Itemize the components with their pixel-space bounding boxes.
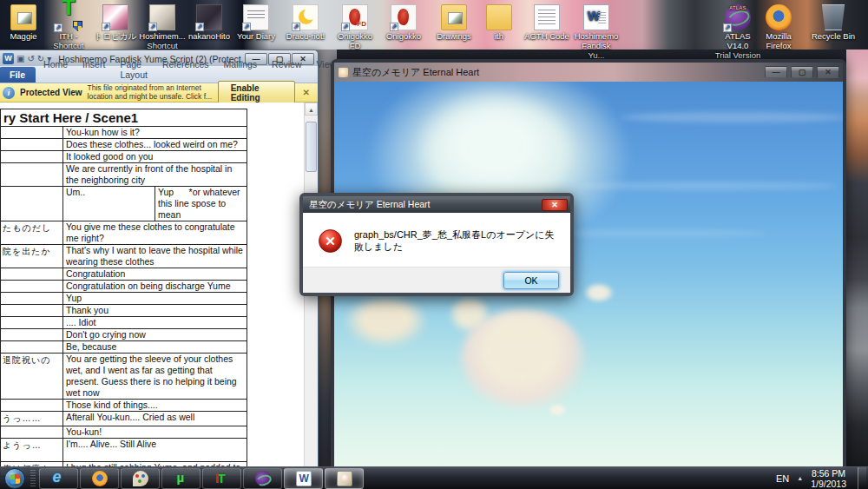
cell-japanese: うっ…… [1, 412, 63, 426]
enable-editing-button[interactable]: Enable Editing [218, 81, 295, 105]
cell-japanese [1, 139, 63, 150]
taskbar-button-paint[interactable] [121, 468, 160, 489]
desktop-icon-your-diary[interactable]: Your Diary [233, 4, 279, 41]
desktop-icon-label: Mozilla Firefox [755, 31, 802, 50]
desktop-icon-label: Onigokko FD [332, 31, 378, 50]
desktop-icon-drawings[interactable]: Drawings [431, 4, 477, 41]
protected-view-bar: i Protected View This file originated fr… [0, 83, 318, 102]
taskbar-button-atlas[interactable] [243, 468, 282, 489]
table-row: Don't go crying now [1, 329, 247, 341]
start-button[interactable] [4, 468, 25, 489]
desktop-icon-tropical[interactable]: トロピカル [92, 4, 139, 41]
moon-icon [293, 4, 319, 30]
shortcut-arrow-icon [341, 23, 350, 31]
ribbon-tab-references[interactable]: References [155, 56, 216, 83]
desktop-icon-dracu-riot[interactable]: Dracu-riot! [282, 4, 329, 41]
game-app-icon [338, 67, 349, 78]
cloud-wisp [621, 112, 843, 122]
cell-english: That's why I want to leave the hospital … [63, 245, 247, 268]
error-dialog-close-button[interactable]: ✕ [542, 199, 568, 211]
shield-icon [73, 21, 82, 31]
table-row: うっ……Afterall You-kun.... Cried as well [1, 412, 247, 426]
atlas-icon [725, 4, 751, 30]
document-area: ry Start Here / Scene1 You-kun how is it… [0, 102, 318, 489]
worddoc-icon [583, 4, 609, 30]
error-icon: ✕ [319, 229, 342, 253]
undo-icon[interactable]: ↺ [27, 54, 34, 64]
taskbar-button-internet-explorer[interactable] [39, 468, 78, 489]
desktop-icon-ith-folder[interactable]: ith [476, 4, 523, 41]
table-row: .... Idiot [1, 317, 247, 329]
table-row: We are currently in front of the hospita… [1, 163, 247, 187]
ribbon-tab-review[interactable]: Review [265, 56, 308, 83]
shortcut-arrow-icon [292, 23, 300, 31]
desktop-icon-label: ATLAS V14.0 Trial Version [714, 31, 761, 60]
taskbar-button-firefox[interactable] [80, 468, 119, 489]
clock[interactable]: 8:56 PM 1/9/2013 [811, 468, 850, 489]
game-close-button[interactable]: ✕ [817, 66, 839, 78]
error-dialog-title-bar[interactable]: 星空のメモリア Eternal Heart ✕ [303, 196, 570, 213]
ribbon-tab-mailings[interactable]: Mailings [217, 56, 265, 83]
anime-pale-icon [149, 4, 175, 30]
desktop-icon-hoshimemo-doc[interactable]: Hoshimemo Fandisk Yu... [573, 4, 620, 60]
desktop-icon-label: ITH - Shortcut [45, 31, 92, 50]
table-rows: You-kun how is it?Does these clothes... … [1, 127, 247, 477]
taskbar-button-ith[interactable] [202, 468, 241, 489]
ribbon-tabs: HomeInsertPage LayoutReferencesMailingsR… [36, 56, 344, 83]
desktop-icon-label: Onigokko [380, 31, 427, 41]
cell-japanese [1, 400, 63, 411]
table-row: Thank you [1, 305, 247, 317]
desktop-icon-nakanohito[interactable]: nakanoHito [186, 4, 233, 41]
desktop-icon-onigokko[interactable]: Onigokko [380, 4, 427, 41]
language-indicator[interactable]: EN [776, 473, 789, 484]
ok-button[interactable]: OK [503, 272, 559, 289]
show-hidden-icons-icon[interactable]: ▲ [797, 475, 803, 481]
ribbon-tab-home[interactable]: Home [36, 56, 75, 83]
show-desktop-button[interactable] [858, 467, 866, 489]
protected-view-close-icon[interactable]: ✕ [300, 88, 312, 97]
desktop-icon-hoshimem-shortcut[interactable]: Hoshimem... Shortcut [139, 4, 186, 50]
cell-english: Don't go crying now [63, 329, 247, 340]
save-icon[interactable]: ▣ [16, 54, 24, 64]
cell-english: You give me these clothes to congratulat… [63, 221, 247, 244]
desktop-icon-label: ith [476, 31, 523, 41]
table-row: Congratulation on being discharge Yume [1, 281, 247, 293]
atlas-icon [255, 471, 271, 486]
scrollbar-thumb[interactable] [306, 122, 317, 172]
taskbar-button-utorrent[interactable] [161, 468, 201, 489]
ribbon-tab-file[interactable]: File [0, 67, 36, 83]
cell-english: You are getting the sleeve of your cloth… [63, 354, 247, 399]
protected-view-message: This file originated from an Internet lo… [88, 84, 213, 101]
game-maximize-button[interactable]: ▢ [791, 66, 813, 78]
shortcut-arrow-icon [102, 23, 110, 31]
cell-english: Afterall You-kun.... Cried as well [63, 412, 247, 426]
cloud [460, 309, 586, 409]
game-icon [337, 471, 352, 486]
taskbar-button-word[interactable] [284, 468, 323, 489]
cell-english-note: Yup *or whatever this line spose to mean [155, 187, 247, 221]
desktop-icon-label: Drawings [431, 31, 477, 41]
desktop-icon-agth-code[interactable]: AGTH Code [523, 4, 570, 41]
desktop-icon-recycle-bin[interactable]: Recycle Bin [810, 4, 857, 41]
desktop-icon-label: Maggie [0, 31, 47, 41]
word-logo-icon[interactable]: W [3, 53, 14, 64]
cell-english: We are currently in front of the hospita… [63, 163, 247, 186]
error-dialog-title: 星空のメモリア Eternal Heart [309, 199, 431, 211]
game-minimize-button[interactable]: — [765, 66, 787, 78]
desktop-icon-firefox[interactable]: Mozilla Firefox [755, 4, 802, 50]
table-row: Congratulation [1, 268, 247, 281]
ribbon-tab-insert[interactable]: Insert [76, 56, 112, 83]
desktop-icon-maggie[interactable]: Maggie [0, 4, 47, 41]
desktop-icon-label: トロピカル [92, 31, 139, 41]
ribbon-tab-page-layout[interactable]: Page Layout [113, 56, 155, 83]
desktop-icon-atlas[interactable]: ATLAS V14.0 Trial Version [714, 4, 761, 60]
internet-explorer-icon [51, 471, 67, 486]
scroll-up-icon[interactable]: ▲ [305, 102, 318, 116]
paint-icon [133, 471, 148, 486]
desktop-icon-ith-shortcut[interactable]: ITH - Shortcut [45, 4, 92, 50]
game-window-title: 星空のメモリア Eternal Heart [352, 66, 479, 79]
taskbar-button-game[interactable] [325, 468, 364, 489]
cell-japanese [1, 127, 63, 138]
game-title-bar[interactable]: 星空のメモリア Eternal Heart — ▢ ✕ [334, 63, 843, 82]
desktop-icon-onigokko-fd[interactable]: Onigokko FD [332, 4, 378, 50]
